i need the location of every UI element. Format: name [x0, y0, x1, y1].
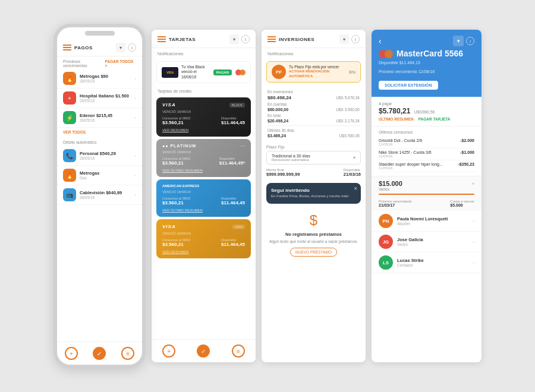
- bottom-nav-tarjetas: + ✓ ≡: [152, 339, 256, 362]
- a-pagar-label: A pagar: [379, 102, 474, 106]
- menu-icon[interactable]: [268, 36, 276, 42]
- back-icon[interactable]: ‹: [379, 36, 382, 46]
- inversiones-title: INVERSIONES: [279, 37, 314, 42]
- lucas-info: Lucas Strike Contador: [397, 258, 473, 267]
- mc-consumos: Últimos consumos Grisoldi Dot - Cuota 2/…: [372, 127, 482, 176]
- jose-name: Jose Galicia: [397, 237, 473, 242]
- seguir-card[interactable]: Seguí invirtiendo En Fondos Fima, Bonos,…: [266, 183, 361, 204]
- pagos-title: PAGOS: [74, 45, 93, 50]
- debito-personal[interactable]: 📞 Personal $540,29 28/05/16 ›: [57, 146, 142, 166]
- arrow-icon: ›: [134, 173, 136, 178]
- payment-item-metrogas[interactable]: 🔥 Metrogas $90 28/05/16 ›: [57, 69, 142, 88]
- hospital-info: Hospital Italiano $1.500 28/05/16: [80, 93, 134, 103]
- ultimo-resumen-link[interactable]: ÚLTIMO RESUMEN: [379, 117, 414, 121]
- arrow-icon: ›: [134, 76, 136, 81]
- en-total-value: $20.498,24: [268, 119, 288, 123]
- bottom-nav-pagos: + ✓ ≡: [57, 342, 142, 365]
- menu-icon[interactable]: [158, 36, 166, 42]
- cablevision-date: 28/05/16: [80, 195, 134, 200]
- header-right: ▾ i: [229, 34, 250, 44]
- platinum-card[interactable]: ●● PLATINUM VENCIÓ 16/06/16 Consumos al …: [156, 139, 251, 177]
- mc-info-btn[interactable]: i: [466, 37, 474, 45]
- close-icon[interactable]: ×: [354, 185, 357, 192]
- mc-next-section: $15.000 ▾ Varios Próximo vencimiento 21/…: [372, 176, 482, 211]
- pagar-tarjeta-link[interactable]: PAGAR TARJETA: [418, 117, 451, 121]
- cablevision-name: Cablevisión $640,89: [80, 190, 134, 195]
- debito-title: Débito automático: [63, 140, 96, 144]
- disponible-value: $11.464,45*: [219, 160, 245, 166]
- phone-pagos: PAGOS ▾ i Próximos vencimientos PAGAR TO…: [54, 24, 146, 368]
- nav-list[interactable]: ≡: [232, 344, 245, 358]
- consumo-value: $3.560,21: [162, 242, 190, 247]
- consumo-grisoldi: Grisoldi Dot - Cuota 2/6 11/05/16 -$2.00…: [379, 137, 474, 148]
- ver-resumen-link[interactable]: VER ÚLTIMO RESUMEN: [162, 169, 245, 172]
- payment-item-edenor[interactable]: ⚡ Edenor $215,45 28/05/16 ›: [57, 108, 142, 128]
- add-icon: +: [162, 344, 175, 358]
- consumo-name: Grisoldi Dot - Cuota 2/6: [379, 138, 422, 143]
- plazo-notification[interactable]: PF Tu Plazo Fijo está por vencer ACTIVAR…: [266, 61, 361, 83]
- pagos-content: Próximos vencimientos PAGAR TODOS > 🔥 Me…: [57, 56, 142, 342]
- solicitar-btn[interactable]: SOLICITAR EXTENSIÓN: [379, 81, 438, 90]
- contact-paula[interactable]: PN Paula Noemí Loresqueti Alquiler ›: [372, 211, 482, 232]
- check-icon: ✓: [93, 347, 106, 360]
- edenor-info: Edenor $215,45 28/05/16: [80, 113, 134, 122]
- en-cuentas-label: En cuentas: [268, 102, 287, 106]
- tarjetas-content: Notificaciones VISA Tu Visa Black venció…: [152, 48, 256, 339]
- disponible-col: Disponible 21/03/16: [344, 168, 361, 177]
- ver-todos-link[interactable]: VER TODOS: [57, 128, 142, 137]
- metrogas2-name: Metrogas: [80, 170, 134, 176]
- payment-item-hospital[interactable]: + Hospital Italiano $1.500 28/05/16 ›: [57, 88, 142, 108]
- mc-pagar-row: $5.780,21 U$S980,56: [379, 107, 474, 115]
- info-button[interactable]: i: [351, 35, 360, 43]
- ver-resumen-link[interactable]: VER ÚLTIMO RESUMEN: [162, 208, 245, 212]
- consumos-title: Últimos consumos: [379, 130, 474, 134]
- ver-resumen-link[interactable]: VER RESUMEN: [162, 128, 245, 132]
- nuevo-prestamo-btn[interactable]: NUEVO PRÉSTAMO: [290, 248, 337, 257]
- notif-pagar-btn[interactable]: PAGAR: [213, 69, 232, 75]
- metrogas-name: Metrogas $90: [80, 74, 134, 79]
- edenor-name: Edenor $215,45: [80, 113, 134, 118]
- visa-black-card[interactable]: VISA BLACK VENCIÓ 16/06/16 Consumos al 0…: [156, 97, 251, 137]
- visa-gold-card[interactable]: VISA ORO VENCIÓ 16/06/16 Consumos al 09/…: [156, 219, 251, 258]
- nav-add[interactable]: +: [162, 344, 175, 358]
- metrogas2-sub: Gas: [80, 176, 134, 180]
- seguir-title: Seguí invirtiendo: [271, 188, 356, 193]
- pagar-todos-link[interactable]: PAGAR TODOS >: [105, 59, 136, 68]
- plazo-dropdown[interactable]: Tradicional a 30 días Renovación automát…: [266, 151, 361, 165]
- nav-add[interactable]: +: [65, 347, 78, 360]
- mc-filter-btn[interactable]: ▾: [453, 36, 464, 46]
- debito-cablevision[interactable]: 📺 Cablevisión $640,89 28/05/16 ›: [57, 185, 142, 205]
- jose-sub: Varios: [397, 242, 473, 246]
- nav-list[interactable]: ≡: [121, 347, 134, 360]
- paula-avatar: PN: [379, 214, 393, 228]
- cuota-col: Cuota a vencer $5.000: [450, 200, 474, 207]
- contact-lucas[interactable]: LS Lucas Strike Contador ›: [372, 252, 482, 273]
- visa-notification[interactable]: VISA Tu Visa Black venció el 16/06/16 PA…: [156, 61, 251, 83]
- renovar-link[interactable]: ACTIVAR RENOVACIÓN AUTOMÁTICA: [289, 69, 346, 79]
- next-label: Varios: [379, 187, 474, 191]
- mc-icons: ▾ i: [453, 36, 474, 46]
- metrogas-icon: 🔥: [63, 72, 76, 85]
- visa-logo: VISA: [162, 67, 178, 78]
- metrogas-info: Metrogas $90 28/05/16: [80, 74, 134, 83]
- lucas-sub: Contador: [397, 263, 473, 267]
- filter-button[interactable]: ▾: [339, 34, 349, 44]
- en-inversiones-usd: U$S 5.678,34: [336, 96, 360, 100]
- disponible-value: $11.464,45: [221, 242, 245, 247]
- menu-icon[interactable]: [63, 45, 71, 50]
- amex-card[interactable]: AMERICAN EXPRESS VENCIÓ 16/06/16 Consumo…: [156, 179, 251, 217]
- proximo-col: Próximo vencimiento 21/03/17: [379, 200, 412, 207]
- contact-jose[interactable]: JG Jose Galicia Varios ›: [372, 232, 482, 252]
- disponible-value: $11.464,45: [221, 120, 245, 125]
- jose-info: Jose Galicia Varios: [397, 237, 473, 246]
- filter-button[interactable]: ▾: [116, 43, 125, 52]
- info-button[interactable]: i: [241, 35, 250, 43]
- nav-check[interactable]: ✓: [93, 347, 106, 360]
- platinum-badge: [240, 146, 245, 147]
- filter-button[interactable]: ▾: [229, 34, 239, 44]
- debito-metrogas[interactable]: 🔥 Metrogas Gas ›: [57, 166, 142, 185]
- notif-label: Notificaciones: [152, 48, 256, 58]
- ver-resumen-link[interactable]: VER RESUMEN: [162, 250, 245, 254]
- nav-check[interactable]: ✓: [197, 344, 210, 358]
- info-button[interactable]: i: [128, 43, 136, 52]
